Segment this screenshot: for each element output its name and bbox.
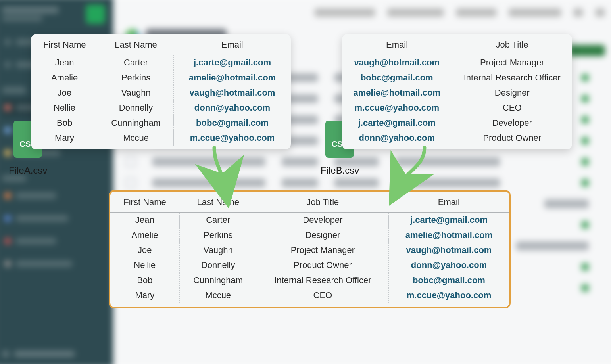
table-row: NellieDonnellyProduct Ownerdonn@yahoo.co…: [110, 258, 509, 273]
table-row: NellieDonnellydonn@yahoo.com: [31, 100, 291, 115]
file-a-table: First Name Last Name Email JeanCarterj.c…: [31, 34, 291, 149]
file-b-header: Email: [342, 36, 452, 55]
table-row: AmeliePerkinsamelie@hotmail.com: [31, 70, 291, 85]
table-row: JoeVaughnProject Managervaugh@hotmail.co…: [110, 243, 509, 258]
file-a-header: Email: [174, 36, 291, 55]
merged-header: Job Title: [257, 194, 388, 213]
table-row: bobc@gmail.comInternal Research Officer: [342, 70, 572, 85]
table-row: donn@yahoo.comProduct Owner: [342, 130, 572, 146]
file-b-header: Job Title: [452, 36, 572, 55]
table-row: AmeliePerkinsDesigneramelie@hotmail.com: [110, 228, 509, 243]
table-row: j.carte@gmail.comDeveloper: [342, 115, 572, 130]
table-row: m.ccue@yahoo.comCEO: [342, 100, 572, 115]
file-a-label: FileA.csv: [9, 165, 47, 176]
file-a-header: First Name: [31, 36, 98, 55]
merged-table: First Name Last Name Job Title Email Jea…: [109, 190, 511, 308]
table-row: BobCunninghamInternal Research Officerbo…: [110, 273, 509, 288]
table-row: JeanCarterDeveloperj.carte@gmail.com: [110, 213, 509, 228]
merged-header: Email: [389, 194, 509, 213]
table-row: vaugh@hotmail.comProject Manager: [342, 55, 572, 71]
merged-header: Last Name: [179, 194, 257, 213]
file-b-label: FileB.csv: [321, 165, 359, 176]
table-row: BobCunninghambobc@gmail.com: [31, 115, 291, 130]
table-row: amelie@hotmail.comDesigner: [342, 85, 572, 100]
arrow-b-to-merged-icon: [393, 148, 436, 191]
table-row: JeanCarterj.carte@gmail.com: [31, 55, 291, 71]
merged-header: First Name: [110, 194, 179, 213]
table-row: MaryMccuem.ccue@yahoo.com: [31, 130, 291, 146]
arrow-a-to-merged-icon: [202, 148, 238, 191]
table-row: MaryMccueCEOm.ccue@yahoo.com: [110, 288, 509, 303]
file-b-table: Email Job Title vaugh@hotmail.comProject…: [342, 34, 572, 149]
file-a-header: Last Name: [98, 36, 174, 55]
table-row: JoeVaughnvaugh@hotmail.com: [31, 85, 291, 100]
